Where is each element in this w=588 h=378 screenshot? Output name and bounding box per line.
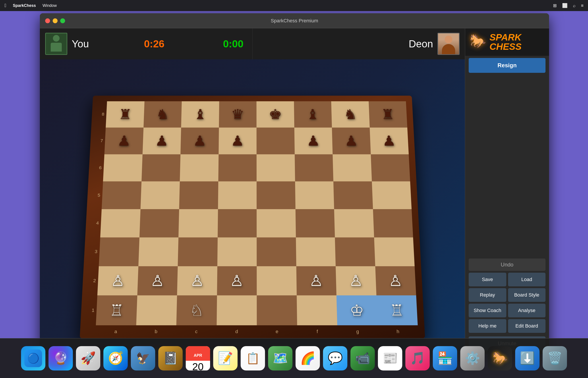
square-g6[interactable] <box>332 154 372 181</box>
square-e7[interactable] <box>257 127 295 154</box>
piece-wP-a2[interactable]: ♙ <box>110 273 125 288</box>
piece-bK-e8[interactable]: ♚ <box>269 108 282 121</box>
square-d8[interactable]: ♛ <box>219 101 256 128</box>
square-b3[interactable] <box>138 237 178 266</box>
dock-trash[interactable]: 🗑️ <box>543 346 567 370</box>
control-center-icon[interactable]: ⊞ <box>553 3 557 8</box>
dock-photos[interactable]: 🌈 <box>296 346 320 370</box>
chess-board[interactable]: 8♜♞♝♛♚♝♞♜7♟♟♟♟♟♟♟65432♙♙♙♙♙♙♙1a♖bc♘defg♔… <box>80 96 425 338</box>
maximize-button[interactable] <box>60 18 65 23</box>
square-c4[interactable] <box>178 209 218 237</box>
square-f8[interactable]: ♝ <box>294 101 332 128</box>
undo-button[interactable]: Undo <box>469 258 546 271</box>
piece-wP-f2[interactable]: ♙ <box>309 273 323 288</box>
dock-sparkcss[interactable]: 🐎 <box>488 346 512 370</box>
piece-bP-a7[interactable]: ♟ <box>117 134 131 148</box>
square-e6[interactable] <box>257 154 295 181</box>
square-f3[interactable] <box>296 237 336 266</box>
piece-bP-h7[interactable]: ♟ <box>382 134 396 148</box>
square-a5[interactable]: 5 <box>102 181 141 209</box>
square-d1[interactable]: d <box>217 296 257 325</box>
resign-button[interactable]: Resign <box>469 58 546 73</box>
dock-downloads[interactable]: ⬇️ <box>515 346 540 370</box>
square-b8[interactable]: ♞ <box>143 101 182 128</box>
edit-board-button[interactable]: Edit Board <box>508 319 546 333</box>
dock-safari[interactable]: 🧭 <box>103 346 128 370</box>
square-c6[interactable] <box>180 154 219 181</box>
screen-icon[interactable]: ⬜ <box>562 3 568 8</box>
square-c8[interactable]: ♝ <box>181 101 219 128</box>
show-coach-button[interactable]: Show Coach <box>469 304 506 317</box>
square-b7[interactable]: ♟ <box>142 127 181 154</box>
square-g7[interactable]: ♟ <box>332 127 370 154</box>
piece-bP-c7[interactable]: ♟ <box>193 134 206 148</box>
square-h5[interactable] <box>372 181 411 209</box>
menu-icon[interactable]: ≡ <box>581 3 584 8</box>
square-a1[interactable]: 1a♖ <box>96 296 137 325</box>
piece-bN-b8[interactable]: ♞ <box>156 108 170 121</box>
square-a8[interactable]: 8♜ <box>106 101 145 128</box>
square-b5[interactable] <box>140 181 180 209</box>
square-g5[interactable] <box>333 181 373 209</box>
dock-maps[interactable]: 🗺️ <box>268 346 292 370</box>
square-b6[interactable] <box>141 154 180 181</box>
square-h3[interactable] <box>374 237 414 266</box>
square-a6[interactable]: 6 <box>103 154 142 181</box>
square-c3[interactable] <box>178 237 218 266</box>
square-f4[interactable] <box>295 209 335 237</box>
analyse-button[interactable]: Analyse <box>508 304 546 317</box>
square-h1[interactable]: h♖ <box>376 296 418 325</box>
square-e3[interactable] <box>257 237 296 266</box>
square-f5[interactable] <box>295 181 334 209</box>
dock-music[interactable]: 🎵 <box>405 346 430 370</box>
piece-bQ-d8[interactable]: ♛ <box>231 108 245 121</box>
square-d2[interactable]: ♙ <box>217 266 257 295</box>
dock-system-preferences[interactable]: ⚙️ <box>460 346 485 370</box>
square-e4[interactable] <box>257 209 296 237</box>
dock-reminders[interactable]: 📋 <box>241 346 265 370</box>
piece-bN-g8[interactable]: ♞ <box>343 108 357 121</box>
replay-button[interactable]: Replay <box>469 288 506 302</box>
piece-bR-a8[interactable]: ♜ <box>118 108 132 121</box>
square-g4[interactable] <box>334 209 374 237</box>
square-d3[interactable] <box>217 237 257 266</box>
piece-wP-b2[interactable]: ♙ <box>150 273 165 288</box>
dock-finder[interactable]: 🔵 <box>21 346 45 370</box>
dock-rocket[interactable]: 🚀 <box>76 346 100 370</box>
square-h6[interactable] <box>370 154 410 181</box>
square-a2[interactable]: 2♙ <box>97 266 138 295</box>
square-f1[interactable]: f <box>297 296 337 325</box>
square-a3[interactable]: 3 <box>99 237 139 266</box>
save-button[interactable]: Save <box>469 273 506 286</box>
square-a4[interactable]: 4 <box>100 209 140 237</box>
piece-wR-h1[interactable]: ♖ <box>389 303 404 318</box>
square-d5[interactable] <box>218 181 257 209</box>
menubar-app-name[interactable]: SparkChess <box>13 3 36 8</box>
piece-bP-b7[interactable]: ♟ <box>155 134 169 148</box>
piece-wN-c1[interactable]: ♘ <box>190 303 204 318</box>
apple-menu[interactable]:  <box>4 3 6 8</box>
dock-calendar[interactable]: APR 20 <box>186 346 210 370</box>
square-d6[interactable] <box>218 154 257 181</box>
menubar-window[interactable]: Window <box>42 3 57 8</box>
piece-bB-c8[interactable]: ♝ <box>193 108 207 121</box>
piece-wP-c2[interactable]: ♙ <box>190 273 204 288</box>
square-d4[interactable] <box>218 209 257 237</box>
square-f6[interactable] <box>295 154 333 181</box>
piece-bP-f7[interactable]: ♟ <box>306 134 320 148</box>
board-style-button[interactable]: Board Style <box>508 288 546 302</box>
piece-wR-a1[interactable]: ♖ <box>109 303 124 318</box>
piece-wP-g2[interactable]: ♙ <box>349 273 363 288</box>
square-b1[interactable]: b <box>136 296 177 325</box>
search-icon[interactable]: ⌕ <box>573 3 576 8</box>
square-g3[interactable] <box>335 237 375 266</box>
square-b2[interactable]: ♙ <box>137 266 178 295</box>
square-g2[interactable]: ♙ <box>336 266 376 295</box>
square-c2[interactable]: ♙ <box>177 266 218 295</box>
dock-noteshelf[interactable]: 📓 <box>158 346 183 370</box>
square-e1[interactable]: e <box>257 296 297 325</box>
dock-siri[interactable]: 🔮 <box>48 346 73 370</box>
piece-bP-d7[interactable]: ♟ <box>231 134 245 148</box>
square-e8[interactable]: ♚ <box>256 101 294 128</box>
minimize-button[interactable] <box>53 18 57 23</box>
